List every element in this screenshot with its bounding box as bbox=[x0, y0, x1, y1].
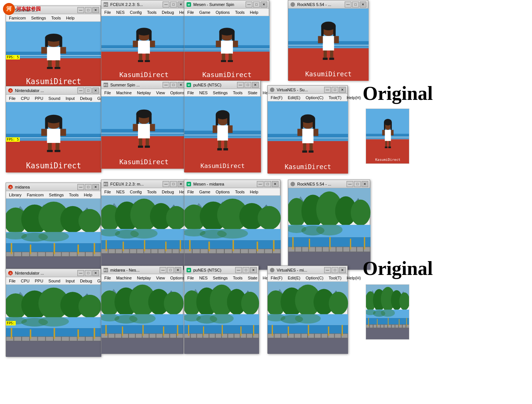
close-button[interactable]: ✕ bbox=[175, 267, 181, 273]
window-controls[interactable]: —□✕ bbox=[77, 270, 99, 276]
menu-item[interactable]: Help bbox=[248, 189, 260, 195]
menu-item[interactable]: Options bbox=[169, 90, 186, 96]
menu-item[interactable]: Config bbox=[128, 189, 143, 195]
titlebar[interactable]: MMesen - midarea—□✕ bbox=[184, 180, 280, 188]
menu-item[interactable]: Game bbox=[198, 189, 212, 195]
window-controls[interactable]: —□✕ bbox=[163, 82, 184, 88]
maximize-button[interactable]: □ bbox=[332, 87, 338, 93]
menu-item[interactable]: Machine bbox=[115, 90, 133, 96]
menu-item[interactable]: Option(C) bbox=[304, 275, 325, 281]
close-button[interactable]: ✕ bbox=[178, 82, 184, 88]
menu-item[interactable]: Debug bbox=[79, 95, 93, 101]
menu-item[interactable]: Debug bbox=[79, 278, 93, 284]
menu-item[interactable]: Netplay bbox=[135, 275, 152, 281]
menu-item[interactable]: Tools bbox=[145, 9, 158, 15]
menu-item[interactable]: Config bbox=[128, 9, 143, 15]
titlebar[interactable]: RockNES 5.54 - ...—□✕ bbox=[288, 0, 368, 9]
menu-item[interactable]: File bbox=[103, 9, 113, 15]
menu-item[interactable]: File bbox=[103, 189, 113, 195]
minimize-button[interactable]: — bbox=[163, 181, 169, 187]
menu-item[interactable]: File bbox=[186, 90, 196, 96]
window-controls[interactable]: —□✕ bbox=[237, 82, 259, 88]
maximize-button[interactable]: □ bbox=[245, 82, 251, 88]
menu-item[interactable]: Help(H) bbox=[345, 95, 362, 101]
menu-item[interactable]: Tools bbox=[231, 275, 244, 281]
window-controls[interactable]: —□✕ bbox=[246, 1, 267, 7]
menu-item[interactable]: CPU bbox=[19, 278, 31, 284]
titlebar[interactable]: 火midarea—□✕ bbox=[6, 183, 101, 191]
menu-item[interactable]: File bbox=[7, 278, 17, 284]
maximize-button[interactable]: □ bbox=[85, 184, 92, 190]
menu-item[interactable]: Settings bbox=[211, 90, 229, 96]
maximize-button[interactable]: □ bbox=[85, 88, 92, 94]
menu-item[interactable]: Options bbox=[214, 9, 231, 15]
minimize-button[interactable]: — bbox=[235, 267, 242, 273]
titlebar[interactable]: RockNES 5.54 - ...—□✕ bbox=[288, 180, 370, 188]
minimize-button[interactable]: — bbox=[163, 1, 169, 7]
close-button[interactable]: ✕ bbox=[272, 181, 279, 187]
titlebar[interactable]: VirtuaNES - mi...—□✕ bbox=[268, 266, 347, 274]
close-button[interactable]: ✕ bbox=[92, 88, 99, 94]
menu-item[interactable]: Netplay bbox=[135, 90, 152, 96]
close-button[interactable]: ✕ bbox=[252, 82, 259, 88]
menu-item[interactable]: PPU bbox=[33, 278, 45, 284]
menu-item[interactable]: Tools bbox=[145, 189, 158, 195]
menu-item[interactable]: File bbox=[103, 275, 113, 281]
menu-item[interactable]: Tools bbox=[50, 15, 62, 21]
maximize-button[interactable]: □ bbox=[264, 181, 271, 187]
minimize-button[interactable]: — bbox=[77, 88, 84, 94]
menu-item[interactable]: File bbox=[186, 9, 196, 15]
maximize-button[interactable]: □ bbox=[243, 267, 249, 273]
menu-item[interactable]: NES bbox=[198, 275, 209, 281]
close-button[interactable]: ✕ bbox=[360, 1, 366, 7]
menu-item[interactable]: Help bbox=[248, 9, 260, 15]
minimize-button[interactable]: — bbox=[77, 184, 84, 190]
close-button[interactable]: ✕ bbox=[339, 87, 346, 93]
menu-item[interactable]: Settings bbox=[47, 192, 65, 198]
window-controls[interactable]: —□✕ bbox=[235, 267, 257, 273]
minimize-button[interactable]: — bbox=[160, 267, 166, 273]
titlebar[interactable]: VirtuaNES - Su...—□✕ bbox=[268, 86, 347, 94]
menu-item[interactable]: Input bbox=[64, 95, 76, 101]
minimize-button[interactable]: — bbox=[324, 87, 331, 93]
menu-item[interactable]: Sound bbox=[47, 95, 62, 101]
maximize-button[interactable]: □ bbox=[170, 181, 177, 187]
menu-item[interactable]: View bbox=[155, 90, 167, 96]
menu-item[interactable]: NES bbox=[115, 189, 126, 195]
menu-item[interactable]: File(F) bbox=[269, 95, 284, 101]
menu-item[interactable]: File bbox=[186, 189, 196, 195]
menu-item[interactable]: Options bbox=[169, 275, 186, 281]
menu-item[interactable]: Tools bbox=[234, 9, 246, 15]
menu-item[interactable]: Tools bbox=[231, 90, 244, 96]
titlebar[interactable]: MMesen - Summer Spin—□✕ bbox=[184, 0, 269, 9]
menu-item[interactable]: File bbox=[7, 95, 17, 101]
menu-item[interactable]: Machine bbox=[115, 275, 133, 281]
menu-item[interactable]: Help bbox=[65, 15, 76, 21]
menu-item[interactable]: Settings bbox=[30, 15, 47, 21]
close-button[interactable]: ✕ bbox=[250, 267, 257, 273]
window-controls[interactable]: —□✕ bbox=[163, 1, 184, 7]
close-button[interactable]: ✕ bbox=[92, 270, 99, 276]
window-controls[interactable]: —□✕ bbox=[324, 87, 346, 93]
close-button[interactable]: ✕ bbox=[178, 181, 184, 187]
close-button[interactable]: ✕ bbox=[339, 267, 346, 273]
menu-item[interactable]: Tool(T) bbox=[327, 95, 343, 101]
titlebar[interactable]: 火Nintendulator ...—□✕ bbox=[6, 269, 101, 277]
menu-item[interactable]: State bbox=[246, 275, 259, 281]
titlebar[interactable]: FCmidarea - Nes...—□✕ bbox=[101, 266, 183, 274]
minimize-button[interactable]: — bbox=[77, 7, 84, 13]
window-controls[interactable]: —□✕ bbox=[160, 267, 181, 273]
menu-item[interactable]: Option(C) bbox=[304, 95, 325, 101]
menu-item[interactable]: Famicom bbox=[25, 192, 45, 198]
menu-item[interactable]: Debug bbox=[160, 189, 175, 195]
maximize-button[interactable]: □ bbox=[167, 267, 174, 273]
minimize-button[interactable]: — bbox=[163, 82, 169, 88]
window-controls[interactable]: —□✕ bbox=[163, 181, 184, 187]
menu-item[interactable]: Help bbox=[82, 192, 94, 198]
menu-item[interactable]: Tools bbox=[234, 189, 246, 195]
titlebar[interactable]: MpuNES (NTSC)—□✕ bbox=[184, 266, 258, 274]
menu-item[interactable]: NES bbox=[198, 90, 209, 96]
maximize-button[interactable]: □ bbox=[332, 267, 338, 273]
menu-item[interactable]: Famicom bbox=[7, 15, 27, 21]
menu-item[interactable]: Tools bbox=[68, 192, 80, 198]
